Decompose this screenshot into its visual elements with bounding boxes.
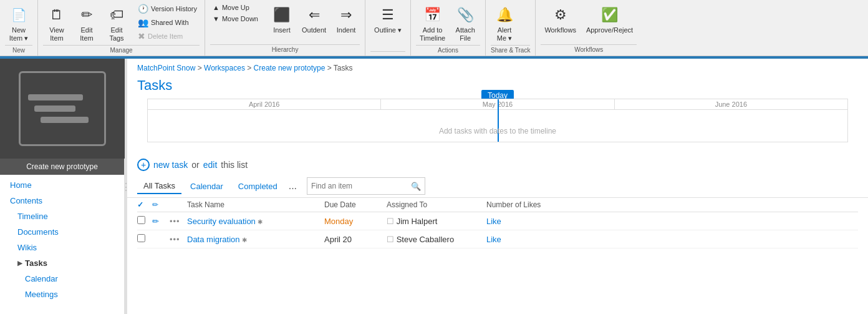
attach-file-label: AttachFile (456, 26, 475, 42)
row-1-dots[interactable]: ••• (170, 217, 187, 226)
header-due-date: Due Date (324, 200, 387, 209)
new-task-plus-icon[interactable]: + (137, 159, 150, 171)
sidebar-resize-handle[interactable] (125, 59, 127, 314)
outdent-button[interactable]: ⇐ Outdent (298, 2, 330, 37)
tab-calendar[interactable]: Calendar (184, 179, 229, 194)
new-task-bar: + new task or edit this list (127, 152, 868, 175)
header-check: ✓ (137, 200, 152, 209)
breadcrumb: MatchPoint Snow > Workspaces > Create ne… (127, 59, 868, 75)
new-item-label: NewItem ▾ (9, 26, 28, 42)
shared-with-button[interactable]: 👥 Shared With (135, 16, 200, 29)
row-2-checkbox-input[interactable] (137, 234, 145, 242)
header-checkmark-icon: ✓ (137, 200, 143, 209)
sidebar-item-contents[interactable]: Contents (0, 193, 124, 209)
header-task-name: Task Name (187, 200, 324, 209)
alert-me-button[interactable]: 🔔 AlertMe ▾ (491, 2, 518, 45)
breadcrumb-sep-1: > (198, 64, 204, 72)
breadcrumb-sep-2: > (247, 64, 253, 72)
breadcrumb-matchpoint[interactable]: MatchPoint Snow (137, 64, 195, 72)
insert-button[interactable]: ⬛ Insert (268, 2, 296, 37)
row-2-like-link[interactable]: Like (486, 235, 501, 244)
outline-button[interactable]: ☰ Outline ▾ (370, 2, 405, 37)
row-1-task-name: Security evaluation ✱ (187, 217, 324, 226)
row-2-asterisk: ✱ (242, 237, 247, 243)
attach-file-button[interactable]: 📎 AttachFile (451, 2, 479, 45)
sidebar: Create new prototype Home Contents Timel… (0, 59, 125, 314)
ribbon-label-manage: Manage (43, 45, 200, 54)
search-input[interactable] (307, 180, 407, 192)
row-1-edit-icon[interactable]: ✏ (152, 217, 170, 226)
row-1-like-link[interactable]: Like (486, 217, 501, 226)
row-2-task-link[interactable]: Data migration (187, 235, 240, 244)
tab-all-tasks[interactable]: All Tasks (137, 179, 181, 194)
row-1-context-dots[interactable]: ••• (170, 217, 180, 226)
row-1-assigned-name: Jim Halpert (397, 217, 438, 226)
breadcrumb-sep-3: > (327, 64, 334, 72)
sidebar-item-calendar[interactable]: Calendar (0, 271, 124, 287)
timeline-label-april: April 2016 (148, 99, 381, 109)
edit-this-list-link[interactable]: edit (203, 160, 218, 170)
row-2-assigned-checkbox[interactable]: ☐ (387, 235, 394, 244)
edit-item-icon: ✏ (77, 5, 97, 25)
indent-button[interactable]: ⇒ Indent (332, 2, 360, 37)
version-history-button[interactable]: 🕐 Version History (135, 2, 200, 15)
sidebar-item-documents[interactable]: Documents (0, 224, 124, 240)
view-item-button[interactable]: 🗒 ViewItem (43, 2, 70, 45)
indent-label: Indent (337, 26, 356, 34)
new-item-button[interactable]: 📄 NewItem ▾ (5, 2, 32, 45)
edit-tags-icon: 🏷 (107, 5, 127, 25)
view-tabs: All Tasks Calendar Completed ... 🔍 (127, 175, 868, 198)
sidebar-item-wikis[interactable]: Wikis (0, 240, 124, 255)
move-up-button[interactable]: ▲ Move Up (210, 2, 261, 12)
sidebar-item-home[interactable]: Home (0, 177, 124, 193)
edit-tags-label: EditTags (109, 26, 123, 42)
breadcrumb-workspaces[interactable]: Workspaces (204, 64, 245, 72)
ribbon-label-share-track: Share & Track (491, 45, 530, 54)
logo-line-3 (41, 117, 89, 123)
approve-reject-button[interactable]: ✅ Approve/Reject (582, 2, 637, 37)
row-1-assigned-checkbox[interactable]: ☐ (387, 217, 394, 226)
row-2-due-date: April 20 (324, 235, 387, 244)
timeline-placeholder: Add tasks with dates to the timeline (148, 127, 847, 135)
ribbon-label-hierarchy: Hierarchy (210, 44, 360, 53)
row-2-assigned: ☐ Steve Caballero (387, 235, 486, 244)
move-down-button[interactable]: ▼ Move Down (210, 14, 261, 24)
row-2-dots[interactable]: ••• (170, 235, 187, 244)
tab-completed[interactable]: Completed (232, 179, 284, 194)
view-tabs-more[interactable]: ... (286, 180, 299, 192)
insert-icon: ⬛ (272, 5, 292, 25)
row-1-asterisk: ✱ (258, 218, 263, 225)
edit-pencil-icon[interactable]: ✏ (152, 217, 159, 226)
breadcrumb-tasks: Tasks (334, 64, 353, 72)
row-1-checkbox[interactable] (137, 216, 152, 226)
outline-icon: ☰ (378, 5, 398, 25)
ribbon-label-workflows: Workflows (541, 44, 637, 53)
logo-inner (19, 71, 106, 146)
row-2-context-dots[interactable]: ••• (170, 235, 180, 244)
header-assigned-to: Assigned To (387, 200, 486, 209)
row-1-task-link[interactable]: Security evaluation (187, 217, 256, 226)
new-task-list-text: this list (221, 160, 248, 170)
header-number-of-likes: Number of Likes (486, 200, 549, 209)
row-1-checkbox-input[interactable] (137, 216, 145, 224)
search-icon[interactable]: 🔍 (407, 182, 425, 191)
row-1-due-date: Monday (324, 217, 387, 226)
ribbon-group-actions: 📅 Add toTimeline 📎 AttachFile Actions (411, 0, 486, 56)
row-2-assigned-name: Steve Caballero (397, 235, 455, 244)
row-2-checkbox[interactable] (137, 234, 152, 244)
task-list: ✓ ✏ Task Name Due Date Assigned To Numbe… (127, 198, 868, 248)
new-task-link[interactable]: new task (153, 160, 188, 170)
add-to-timeline-button[interactable]: 📅 Add toTimeline (416, 2, 449, 45)
breadcrumb-prototype[interactable]: Create new prototype (254, 64, 326, 72)
delete-item-button[interactable]: ✖ Delete Item (135, 30, 200, 42)
row-2-task-name: Data migration ✱ (187, 235, 324, 244)
sidebar-item-tasks[interactable]: ▶Tasks (0, 255, 124, 271)
sidebar-item-timeline[interactable]: Timeline (0, 209, 124, 224)
view-item-icon: 🗒 (47, 5, 67, 25)
edit-item-button[interactable]: ✏ EditItem (73, 2, 100, 45)
edit-tags-button[interactable]: 🏷 EditTags (103, 2, 130, 45)
delete-item-label: Delete Item (148, 32, 183, 40)
sidebar-item-meetings[interactable]: Meetings (0, 287, 124, 302)
workflows-button[interactable]: ⚙ Workflows (541, 2, 580, 37)
new-task-or-text: or (191, 160, 199, 170)
